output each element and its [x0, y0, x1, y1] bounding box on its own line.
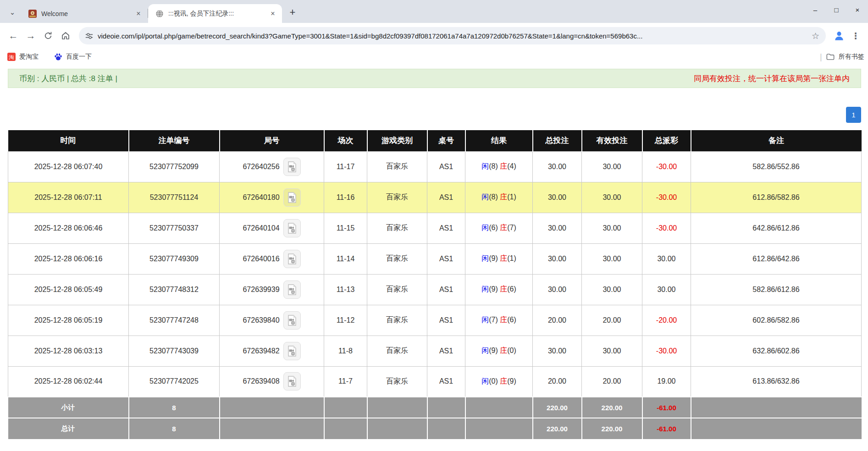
- home-button[interactable]: [57, 27, 74, 44]
- total-count: 8: [129, 418, 220, 439]
- header-valid-bet: 有效投注: [582, 130, 642, 151]
- url-bar[interactable]: videoie.com/ipl/portal.php/game/betrecor…: [79, 27, 826, 44]
- round-number: 672639939: [243, 286, 279, 293]
- time-cell: 2025-12-28 06:06:46: [8, 213, 129, 243]
- video-replay-button[interactable]: [283, 219, 301, 237]
- svg-text:淘: 淘: [9, 55, 14, 60]
- forward-button[interactable]: →: [22, 27, 39, 44]
- back-button[interactable]: ←: [5, 27, 22, 44]
- profile-avatar[interactable]: [830, 27, 848, 44]
- round-number: 672639482: [243, 347, 279, 355]
- valid-bet-notice-text: 同局有效投注，统一计算在该局第一张注单内: [694, 73, 850, 84]
- result-cell: 闲(7) 庄(6): [465, 305, 533, 336]
- subtotal-row: 小计 8 220.00 220.00 -61.00: [8, 397, 862, 418]
- close-tab-icon[interactable]: ×: [268, 9, 277, 18]
- result-cell: 闲(8) 庄(4): [465, 151, 533, 182]
- video-replay-button[interactable]: [283, 372, 301, 390]
- chevron-down-icon: ⌄: [10, 8, 16, 16]
- total-payout: -61.00: [642, 418, 691, 439]
- remark-cell: 582.86/612.86: [691, 274, 862, 305]
- table-no-cell: AS1: [427, 182, 465, 213]
- player-result-label: 闲: [481, 193, 489, 201]
- round-number: 672640104: [243, 224, 279, 232]
- video-file-icon: [287, 223, 297, 234]
- bookmark-baidu[interactable]: 百度一下: [54, 53, 92, 61]
- close-tab-icon[interactable]: ×: [134, 9, 143, 18]
- header-remark: 备注: [691, 130, 862, 151]
- video-file-icon: [287, 315, 297, 326]
- empty-cell: [427, 418, 465, 439]
- tab-search-button[interactable]: ⌄: [6, 6, 19, 19]
- result-cell: 闲(0) 庄(9): [465, 366, 533, 397]
- video-replay-button[interactable]: [283, 158, 301, 176]
- video-file-icon: [287, 346, 297, 357]
- video-replay-button[interactable]: [283, 188, 301, 207]
- tab-bet-record[interactable]: :::视讯, 会员下注纪录::: ×: [148, 4, 282, 23]
- close-window-button[interactable]: ×: [847, 0, 868, 19]
- round-cell: 672640256: [220, 151, 324, 182]
- bet-row: 2025-12-28 06:06:46523077750337672640104…: [8, 213, 862, 243]
- result-cell: 闲(9) 庄(6): [465, 274, 533, 305]
- maximize-button[interactable]: □: [826, 0, 847, 19]
- banker-result-label: 庄: [500, 162, 507, 170]
- empty-cell: [324, 397, 367, 418]
- video-replay-button[interactable]: [283, 342, 301, 360]
- table-no-cell: AS1: [427, 274, 465, 305]
- video-replay-button[interactable]: [283, 280, 301, 299]
- bookmarks-bar: 淘 爱淘宝 百度一下 | 所有书签: [0, 49, 868, 65]
- bookmark-label: 爱淘宝: [19, 53, 39, 61]
- tab-title: :::视讯, 会员下注纪录:::: [168, 10, 268, 18]
- site-settings-icon[interactable]: [85, 32, 93, 40]
- subtotal-label: 小计: [8, 397, 129, 418]
- all-bookmarks[interactable]: | 所有书签: [820, 49, 868, 65]
- bet-row: 2025-12-28 06:03:13523077743039672639482…: [8, 336, 862, 366]
- bookmark-star-icon[interactable]: ☆: [812, 31, 819, 41]
- time-cell: 2025-12-28 06:03:13: [8, 336, 129, 366]
- empty-cell: [465, 397, 533, 418]
- subtotal-total-bet: 220.00: [533, 397, 582, 418]
- bookmark-taobao[interactable]: 淘 爱淘宝: [7, 53, 39, 61]
- browser-menu-button[interactable]: ⋮: [848, 31, 863, 41]
- player-result-label: 闲: [481, 162, 489, 170]
- round-cell: 672640016: [220, 243, 324, 274]
- video-file-icon: [287, 253, 297, 264]
- total-row: 总计 8 220.00 220.00 -61.00: [8, 418, 862, 439]
- round-cell: 672639482: [220, 336, 324, 366]
- banker-result-label: 庄: [500, 224, 507, 231]
- total-total-bet: 220.00: [533, 418, 582, 439]
- result-cell: 闲(9) 庄(0): [465, 336, 533, 366]
- banker-result-label: 庄: [500, 346, 507, 354]
- time-cell: 2025-12-28 06:07:11: [8, 182, 129, 213]
- video-replay-button[interactable]: [283, 311, 301, 330]
- banker-result-label: 庄: [500, 285, 507, 293]
- time-cell: 2025-12-28 06:07:40: [8, 151, 129, 182]
- game-type-cell: 百家乐: [367, 274, 427, 305]
- url-text[interactable]: videoie.com/ipl/portal.php/game/betrecor…: [98, 32, 807, 40]
- round-cell: 672640180: [220, 182, 324, 213]
- result-cell: 闲(9) 庄(1): [465, 243, 533, 274]
- round-cell: 672639939: [220, 274, 324, 305]
- empty-cell: [367, 397, 427, 418]
- page-content: 币别 : 人民币 | 总共 :8 注单 | 同局有效投注，统一计算在该局第一张注…: [0, 65, 868, 451]
- minimize-button[interactable]: –: [805, 0, 826, 19]
- reload-button[interactable]: [39, 27, 57, 44]
- session-cell: 11-17: [324, 151, 367, 182]
- session-cell: 11-15: [324, 213, 367, 243]
- video-replay-button[interactable]: [283, 250, 301, 268]
- header-result: 结果: [465, 130, 533, 151]
- remark-cell: 612.86/582.86: [691, 182, 862, 213]
- page-1-button[interactable]: 1: [846, 107, 861, 123]
- header-time: 时间: [8, 130, 129, 151]
- bet-row: 2025-12-28 06:05:19523077747248672639840…: [8, 305, 862, 336]
- tab-welcome[interactable]: Welcome ×: [21, 4, 148, 23]
- folder-icon: [826, 53, 835, 60]
- session-cell: 11-8: [324, 336, 367, 366]
- reload-icon: [44, 31, 53, 40]
- bet-id-cell: 523077748312: [129, 274, 220, 305]
- back-icon: ←: [9, 30, 18, 41]
- payout-cell: -30.00: [642, 182, 691, 213]
- time-cell: 2025-12-28 06:02:44: [8, 366, 129, 397]
- valid-bet-cell: 20.00: [582, 305, 642, 336]
- new-tab-button[interactable]: +: [286, 6, 299, 19]
- taobao-icon: 淘: [7, 53, 16, 61]
